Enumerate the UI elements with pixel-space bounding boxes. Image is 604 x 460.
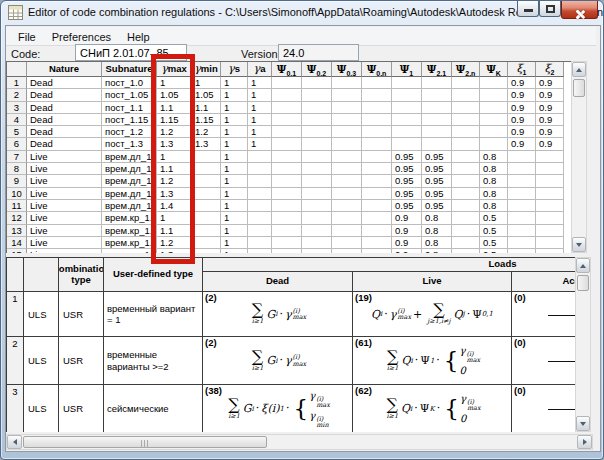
cell-psi-0-3[interactable] xyxy=(332,249,362,253)
cell-nature[interactable]: Dead xyxy=(27,102,102,114)
col-header-psi-2-1[interactable]: Ψ2,1 xyxy=(422,62,452,77)
cell-psi-0-n[interactable] xyxy=(362,249,392,253)
cell-gamma-s[interactable]: 1 xyxy=(221,114,248,126)
cell-formula-ac[interactable]: (0) xyxy=(512,337,575,385)
cell-psi-0-n[interactable] xyxy=(362,151,392,163)
cell-psi-k[interactable]: 0.5 xyxy=(480,237,508,249)
cell-gamma-a[interactable] xyxy=(248,225,272,237)
cell-psi-0-3[interactable] xyxy=(332,151,362,163)
cell-gamma-s[interactable]: 1 xyxy=(221,163,248,175)
cell-xi-2[interactable]: 0.9 xyxy=(536,138,564,150)
cell-psi-2-1[interactable]: 0.95 xyxy=(422,200,452,212)
cell-xi-2[interactable] xyxy=(536,225,564,237)
cell-xi-2[interactable]: 0.9 xyxy=(536,126,564,138)
cell-xi-2[interactable] xyxy=(536,237,564,249)
cell-nature[interactable]: Live xyxy=(27,175,102,187)
cell-gamma-a[interactable] xyxy=(248,188,272,200)
cell-psi-2-1[interactable]: 0.8 xyxy=(422,212,452,224)
cell-gamma-s[interactable]: 1 xyxy=(221,175,248,187)
cell-psi-0-1[interactable] xyxy=(272,151,302,163)
cell-nature[interactable]: Dead xyxy=(27,89,102,101)
cell-psi-1[interactable]: 0.9 xyxy=(392,237,422,249)
cell-psi-0-3[interactable] xyxy=(332,102,362,114)
row-number[interactable]: 3 xyxy=(7,102,27,114)
cell-psi-0-n[interactable] xyxy=(362,102,392,114)
cell-psi-0-2[interactable] xyxy=(302,89,332,101)
cell-psi-2-1[interactable]: 0.95 xyxy=(422,188,452,200)
cell-gamma-a[interactable]: 1 xyxy=(248,126,272,138)
cell-psi-2-n[interactable] xyxy=(452,237,480,249)
cell-subnature[interactable]: врем.дл_1.1 xyxy=(102,163,157,175)
cell-psi-1[interactable] xyxy=(392,126,422,138)
scroll-up-button[interactable] xyxy=(572,62,586,77)
cell-xi-1[interactable] xyxy=(508,188,536,200)
cell-formula-dead[interactable]: (2)∑i≥1Gi·γ(i)max xyxy=(203,337,353,385)
row-number[interactable]: 6 xyxy=(7,138,27,150)
cell-gamma-a[interactable] xyxy=(248,249,272,253)
cell-psi-0-n[interactable] xyxy=(362,200,392,212)
row-number[interactable]: 15 xyxy=(7,249,27,253)
cell-psi-0-2[interactable] xyxy=(302,114,332,126)
cell-nature[interactable]: Dead xyxy=(27,126,102,138)
cell-gamma-s[interactable]: 1 xyxy=(221,200,248,212)
cell-subnature[interactable]: врем.кр_1.1 ( xyxy=(102,225,157,237)
scroll-down-button[interactable] xyxy=(576,416,590,431)
cell-psi-2-n[interactable] xyxy=(452,200,480,212)
cell-psi-2-n[interactable] xyxy=(452,249,480,253)
cell-gamma-s[interactable]: 1 xyxy=(221,237,248,249)
minimize-button[interactable] xyxy=(517,1,539,17)
cell-psi-0-3[interactable] xyxy=(332,114,362,126)
cell-formula-ac[interactable]: (0) xyxy=(512,292,575,337)
cell-psi-0-n[interactable] xyxy=(362,188,392,200)
cell-psi-1[interactable]: 0.9 xyxy=(392,249,422,253)
col-header-psi-0-2[interactable]: Ψ0,2 xyxy=(302,62,332,77)
cell-user-defined-type[interactable]: временные варианты >=2 xyxy=(104,337,203,385)
menu-file[interactable]: File xyxy=(10,28,44,43)
cell-gamma-min[interactable]: 1.05 xyxy=(192,89,221,101)
row-number[interactable]: 1 xyxy=(7,292,24,337)
cell-psi-2-n[interactable] xyxy=(452,163,480,175)
cell-gamma-a[interactable] xyxy=(248,151,272,163)
cell-psi-0-1[interactable] xyxy=(272,126,302,138)
col-header-psi-1[interactable]: Ψ1 xyxy=(392,62,422,77)
cell-psi-k[interactable]: 0.8 xyxy=(480,163,508,175)
cell-psi-0-2[interactable] xyxy=(302,126,332,138)
cell-nature[interactable]: Live xyxy=(27,188,102,200)
cell-gamma-s[interactable]: 1 xyxy=(221,225,248,237)
maximize-button[interactable] xyxy=(539,1,561,17)
cell-psi-k[interactable]: 0.5 xyxy=(480,249,508,253)
cell-subnature[interactable]: пост_1.1 xyxy=(102,102,157,114)
combinations-vscrollbar[interactable] xyxy=(575,257,591,432)
col-header-gamma-min[interactable]: γmin xyxy=(192,62,221,77)
cell-psi-1[interactable]: 0.9 xyxy=(392,225,422,237)
cell-xi-1[interactable]: 0.9 xyxy=(508,89,536,101)
cell-psi-0-1[interactable] xyxy=(272,237,302,249)
scroll-thumb[interactable] xyxy=(577,275,589,291)
cell-psi-0-2[interactable] xyxy=(302,225,332,237)
cell-psi-2-n[interactable] xyxy=(452,126,480,138)
cell-xi-1[interactable]: 0.9 xyxy=(508,102,536,114)
row-number[interactable]: 2 xyxy=(7,337,24,385)
cell-psi-0-2[interactable] xyxy=(302,188,332,200)
cell-gamma-s[interactable]: 1 xyxy=(221,102,248,114)
cell-gamma-min[interactable] xyxy=(192,151,221,163)
row-number[interactable]: 1 xyxy=(7,77,27,89)
cell-xi-2[interactable] xyxy=(536,188,564,200)
cell-xi-2[interactable] xyxy=(536,163,564,175)
cell-psi-1[interactable] xyxy=(392,77,422,89)
cell-gamma-a[interactable]: 1 xyxy=(248,102,272,114)
cell-xi-1[interactable] xyxy=(508,212,536,224)
cell-gamma-min[interactable]: 1.1 xyxy=(192,102,221,114)
cell-subnature[interactable]: врем.дл_1.2 xyxy=(102,175,157,187)
cell-psi-0-n[interactable] xyxy=(362,138,392,150)
cell-psi-1[interactable] xyxy=(392,114,422,126)
cell-psi-0-n[interactable] xyxy=(362,163,392,175)
col-header-psi-k[interactable]: ΨK xyxy=(480,62,508,77)
cell-psi-2-1[interactable]: 0.95 xyxy=(422,163,452,175)
cell-psi-1[interactable] xyxy=(392,138,422,150)
cell-psi-k[interactable]: 0.8 xyxy=(480,175,508,187)
cell-gamma-a[interactable]: 1 xyxy=(248,89,272,101)
cell-gamma-min[interactable] xyxy=(192,200,221,212)
cell-user-defined-type[interactable]: сейсмические xyxy=(104,385,203,432)
row-number[interactable]: 11 xyxy=(7,200,27,212)
